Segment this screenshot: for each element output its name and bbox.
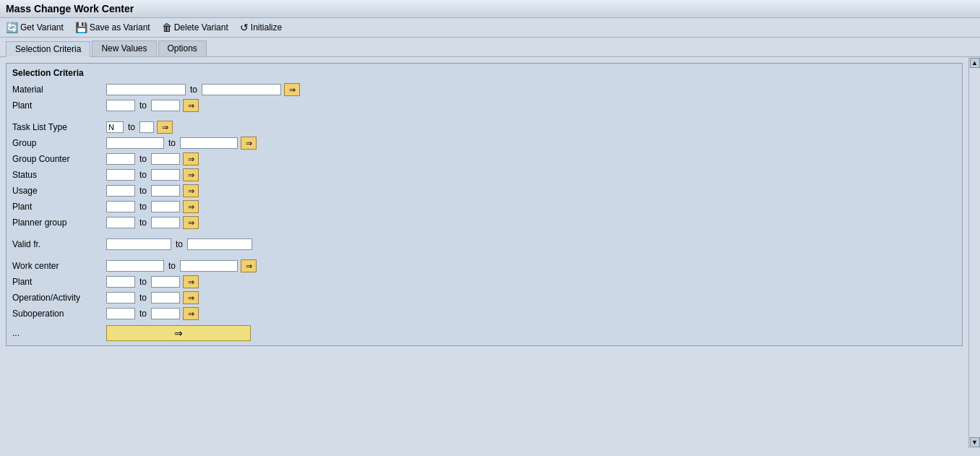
status-from-input[interactable] (106, 169, 135, 181)
group-counter-to-label: to (139, 154, 147, 164)
selection-criteria-section: Selection Criteria Material to ⇒ Plant t… (6, 63, 963, 346)
usage-range-button[interactable]: ⇒ (183, 184, 199, 197)
status-to-label: to (139, 170, 147, 180)
valid-from-row: Valid fr. to (12, 237, 956, 251)
toolbar: 🔄 Get Variant 💾 Save as Variant 🗑 Delete… (0, 18, 980, 38)
tab-selection-criteria[interactable]: Selection Criteria (6, 41, 90, 57)
scroll-track (970, 68, 980, 437)
group-from-input[interactable] (106, 137, 164, 149)
save-variant-icon: 💾 (75, 22, 87, 33)
plant-to-label-3: to (139, 277, 147, 287)
content-panel: Selection Criteria Material to ⇒ Plant t… (0, 57, 968, 448)
delete-variant-button[interactable]: 🗑 Delete Variant (160, 21, 230, 34)
group-label: Group (12, 138, 106, 148)
tab-new-values[interactable]: New Values (92, 40, 156, 56)
spacer-1 (12, 114, 956, 120)
work-center-label: Work center (12, 261, 106, 271)
group-range-button[interactable]: ⇒ (241, 137, 257, 150)
group-counter-to-input[interactable] (151, 153, 180, 165)
title-bar: Mass Change Work Center (0, 0, 980, 18)
group-counter-from-input[interactable] (106, 153, 135, 165)
suboperation-label: Suboperation (12, 309, 106, 319)
scroll-up-button[interactable]: ▲ (970, 58, 980, 68)
ellipsis-row: ... ⇒ (12, 325, 956, 341)
status-range-button[interactable]: ⇒ (183, 168, 199, 181)
suboperation-from-input[interactable] (106, 308, 135, 319)
plant-row-3: Plant to ⇒ (12, 275, 956, 289)
plant-to-label-2: to (139, 202, 147, 212)
planner-group-from-input[interactable] (106, 217, 135, 228)
status-label: Status (12, 170, 106, 180)
plant-row-2: Plant to ⇒ (12, 199, 956, 214)
work-center-to-label: to (168, 261, 176, 271)
group-to-input[interactable] (180, 137, 238, 149)
initialize-button[interactable]: ↺ Initialize (238, 21, 283, 34)
initialize-icon: ↺ (240, 22, 249, 33)
material-label: Material (12, 85, 106, 95)
scroll-down-button[interactable]: ▼ (970, 437, 980, 447)
suboperation-to-label: to (139, 309, 147, 319)
operation-activity-to-input[interactable] (151, 292, 180, 304)
material-from-input[interactable] (106, 84, 186, 95)
operation-activity-from-input[interactable] (106, 292, 135, 304)
main-area: Selection Criteria Material to ⇒ Plant t… (0, 57, 980, 448)
section-title: Selection Criteria (12, 68, 956, 78)
task-list-type-from-input[interactable] (106, 121, 124, 133)
plant-to-label-1: to (139, 100, 147, 111)
valid-from-to-input[interactable] (187, 238, 252, 250)
initialize-label: Initialize (251, 22, 282, 33)
suboperation-to-input[interactable] (151, 308, 180, 319)
work-center-range-button[interactable]: ⇒ (241, 259, 257, 272)
planner-group-label: Planner group (12, 218, 106, 228)
delete-variant-label: Delete Variant (174, 22, 228, 33)
planner-group-to-input[interactable] (151, 217, 180, 228)
planner-group-range-button[interactable]: ⇒ (183, 216, 199, 229)
execute-button[interactable]: ⇒ (106, 325, 251, 341)
valid-from-to-label: to (176, 239, 183, 249)
task-list-type-range-button[interactable]: ⇒ (157, 121, 173, 134)
work-center-row: Work center to ⇒ (12, 259, 956, 273)
plant-label-3: Plant (12, 277, 106, 287)
task-list-type-label: Task List Type (12, 122, 106, 132)
plant-to-input-3[interactable] (151, 276, 180, 288)
group-counter-range-button[interactable]: ⇒ (183, 152, 199, 165)
plant-from-input-3[interactable] (106, 276, 135, 288)
save-variant-button[interactable]: 💾 Save as Variant (74, 21, 152, 34)
plant-range-button-3[interactable]: ⇒ (183, 275, 199, 288)
plant-label-1: Plant (12, 100, 106, 111)
ellipsis-label: ... (12, 328, 106, 338)
usage-to-input[interactable] (151, 185, 180, 197)
material-to-label: to (190, 85, 197, 95)
group-row: Group to ⇒ (12, 136, 956, 150)
task-list-type-row: Task List Type to ⇒ (12, 120, 956, 134)
usage-from-input[interactable] (106, 185, 135, 197)
plant-range-button-1[interactable]: ⇒ (183, 99, 199, 112)
get-variant-button[interactable]: 🔄 Get Variant (4, 21, 65, 34)
work-center-to-input[interactable] (180, 260, 238, 272)
tab-options[interactable]: Options (158, 40, 207, 56)
suboperation-range-button[interactable]: ⇒ (183, 307, 199, 320)
get-variant-icon: 🔄 (6, 22, 18, 33)
plant-range-button-2[interactable]: ⇒ (183, 200, 199, 213)
plant-from-input-1[interactable] (106, 100, 135, 111)
usage-to-label: to (139, 186, 147, 196)
operation-activity-to-label: to (139, 293, 147, 303)
material-to-input[interactable] (202, 84, 281, 95)
plant-from-input-2[interactable] (106, 201, 135, 212)
right-scrollbar: ▲ ▼ (968, 57, 980, 448)
group-counter-row: Group Counter to ⇒ (12, 152, 956, 166)
plant-to-input-2[interactable] (151, 201, 180, 212)
material-range-button[interactable]: ⇒ (284, 83, 300, 96)
spacer-3 (12, 253, 956, 259)
task-list-type-to-input[interactable] (139, 121, 154, 133)
suboperation-row: Suboperation to ⇒ (12, 306, 956, 321)
work-center-from-input[interactable] (106, 260, 164, 272)
plant-label-2: Plant (12, 202, 106, 212)
status-to-input[interactable] (151, 169, 180, 181)
plant-to-input-1[interactable] (151, 100, 180, 111)
valid-from-input[interactable] (106, 238, 171, 250)
operation-activity-range-button[interactable]: ⇒ (183, 291, 199, 304)
usage-label: Usage (12, 186, 106, 196)
valid-from-label: Valid fr. (12, 239, 106, 249)
group-to-label: to (168, 138, 176, 148)
